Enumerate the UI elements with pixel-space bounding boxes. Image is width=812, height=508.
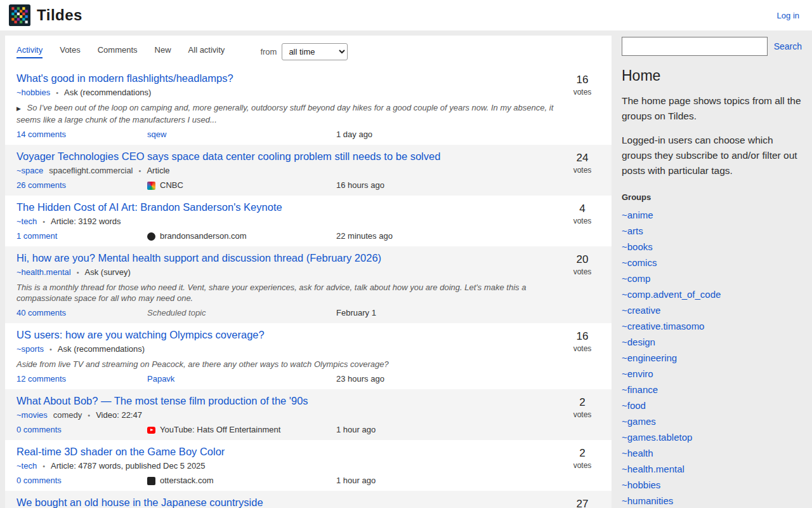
topic-group-link[interactable]: ~tech — [16, 217, 37, 226]
group-link[interactable]: ~books — [622, 241, 653, 252]
login-link[interactable]: Log in — [777, 11, 799, 20]
vote-button[interactable]: 24 votes — [562, 150, 603, 175]
group-list-item: ~food — [622, 398, 802, 413]
topic-title-link[interactable]: We bought an old house in the Japanese c… — [16, 496, 263, 508]
topic-group-link[interactable]: ~hobbies — [16, 88, 50, 97]
topic-time: 22 minutes ago — [336, 231, 554, 241]
groups-label: Groups — [622, 192, 802, 202]
topic-tag[interactable]: comedy — [53, 410, 82, 420]
vote-button[interactable]: 16 votes — [562, 328, 603, 353]
meta-bullet: • — [77, 268, 79, 277]
tab-comments[interactable]: Comments — [98, 45, 138, 58]
group-link[interactable]: ~comp — [622, 273, 650, 284]
meta-bullet: • — [43, 462, 45, 471]
topic-content-type: Article: 3192 words — [51, 217, 121, 226]
topic-group-link[interactable]: ~sports — [16, 344, 44, 354]
tab-activity[interactable]: Activity — [16, 45, 43, 58]
topic-title-link[interactable]: What About Bob? — The most tense film pr… — [16, 394, 308, 407]
search-button[interactable]: Search — [774, 41, 802, 51]
topic-title-link[interactable]: Hi, how are you? Mental health support a… — [16, 251, 381, 264]
group-link[interactable]: ~design — [622, 337, 655, 347]
comments-link[interactable]: 40 comments — [16, 308, 147, 318]
topic-row: Hi, how are you? Mental health support a… — [5, 246, 612, 323]
meta-bullet: • — [56, 88, 58, 98]
comments-link[interactable]: 26 comments — [16, 180, 147, 190]
vote-button[interactable]: 27 votes — [562, 496, 603, 508]
group-list-item: ~comp.advent_of_code — [622, 286, 802, 302]
topic-group-link[interactable]: ~health.mental — [16, 267, 71, 277]
vote-button[interactable]: 20 votes — [562, 251, 603, 276]
group-link[interactable]: ~health.mental — [622, 464, 684, 474]
topic-source: brandonsanderson.com — [147, 231, 336, 241]
topic-title-link[interactable]: Real-time 3D shader on the Game Boy Colo… — [16, 445, 225, 458]
tab-new[interactable]: New — [155, 45, 171, 58]
sidebar-title: Home — [622, 67, 802, 84]
sidebar: Search Home The home page shows topics f… — [622, 36, 802, 508]
group-link[interactable]: ~engineering — [622, 352, 677, 363]
sidebar-description-2: Logged-in users can choose which groups … — [622, 133, 802, 178]
topic-source-text[interactable]: brandonsanderson.com — [160, 231, 247, 241]
group-link[interactable]: ~games.tabletop — [622, 432, 692, 443]
topic-info-row: 40 comments Scheduled topic February 1 — [16, 308, 554, 318]
topic-title-link[interactable]: Voyager Technologies CEO says space data… — [16, 150, 440, 163]
comments-link[interactable]: 0 comments — [16, 425, 147, 435]
topic-row: US users: how are you watching Olympics … — [5, 323, 612, 389]
home-link[interactable]: Tildes — [9, 4, 82, 26]
topic-time: February 1 — [336, 308, 554, 318]
group-link[interactable]: ~food — [622, 400, 646, 411]
topic-info-row: 0 comments YouTube: Hats Off Entertainme… — [16, 425, 554, 435]
youtube-favicon — [147, 427, 155, 434]
group-link[interactable]: ~creative.timasomo — [622, 321, 704, 331]
tab-votes[interactable]: Votes — [60, 45, 81, 58]
group-link[interactable]: ~games — [622, 416, 656, 427]
topic-source-text[interactable]: Scheduled topic — [147, 308, 206, 318]
tab-all-activity[interactable]: All activity — [188, 45, 225, 58]
group-link[interactable]: ~arts — [622, 225, 643, 236]
topic-title-link[interactable]: What's good in modern flashlights/headla… — [16, 72, 233, 84]
topic-source-text[interactable]: sqew — [147, 130, 166, 140]
topic-content-type: Article: 4787 words, published Dec 5 202… — [51, 461, 206, 471]
topic-info-row: 1 comment brandonsanderson.com 22 minute… — [16, 231, 554, 241]
vote-button[interactable]: 2 votes — [562, 445, 603, 470]
topic-group-link[interactable]: ~space — [16, 166, 43, 175]
group-link[interactable]: ~hobbies — [622, 479, 660, 490]
vote-count: 2 — [562, 396, 603, 409]
search-input[interactable] — [622, 37, 768, 56]
group-link[interactable]: ~finance — [622, 384, 658, 395]
group-link[interactable]: ~comp.advent_of_code — [622, 289, 721, 300]
group-list-item: ~health.mental — [622, 461, 802, 477]
topic-source-text[interactable]: Papavk — [147, 374, 174, 384]
topic-title-link[interactable]: US users: how are you watching Olympics … — [16, 328, 265, 341]
topic-source: CNBC — [147, 180, 336, 190]
comments-link[interactable]: 1 comment — [16, 231, 147, 241]
vote-button[interactable]: 2 votes — [562, 394, 603, 419]
vote-button[interactable]: 4 votes — [562, 201, 603, 225]
topic-title-link[interactable]: The Hidden Cost of AI Art: Brandon Sande… — [16, 201, 282, 213]
topic-group-link[interactable]: ~tech — [16, 461, 37, 471]
comments-link[interactable]: 0 comments — [16, 476, 147, 486]
vote-label: votes — [562, 461, 603, 470]
topic-source-text[interactable]: CNBC — [160, 180, 183, 190]
vote-count: 27 — [562, 498, 603, 508]
topic-source-text[interactable]: otterstack.com — [160, 476, 214, 486]
topic-group-link[interactable]: ~movies — [16, 410, 48, 420]
comments-link[interactable]: 14 comments — [16, 130, 147, 140]
group-link[interactable]: ~creative — [622, 305, 660, 316]
group-link[interactable]: ~comics — [622, 257, 657, 268]
topic-source-text[interactable]: YouTube: Hats Off Entertainment — [160, 425, 280, 435]
search-bar: Search — [622, 37, 802, 56]
group-link[interactable]: ~enviro — [622, 368, 653, 379]
topic-source: YouTube: Hats Off Entertainment — [147, 425, 336, 435]
vote-button[interactable]: 16 votes — [562, 72, 603, 97]
vote-label: votes — [562, 88, 603, 97]
vote-label: votes — [562, 217, 603, 225]
group-link[interactable]: ~anime — [622, 210, 653, 220]
period-select[interactable]: all time — [282, 43, 348, 60]
comments-link[interactable]: 12 comments — [16, 374, 147, 384]
group-link[interactable]: ~health — [622, 448, 653, 458]
excerpt-expand-icon[interactable]: ▶ — [16, 105, 21, 112]
topic-tag[interactable]: spaceflight.commercial — [49, 166, 133, 175]
group-link[interactable]: ~humanities — [622, 495, 673, 506]
topic-info-row: 26 comments CNBC 16 hours ago — [16, 180, 554, 190]
group-list-item: ~comics — [622, 255, 802, 271]
